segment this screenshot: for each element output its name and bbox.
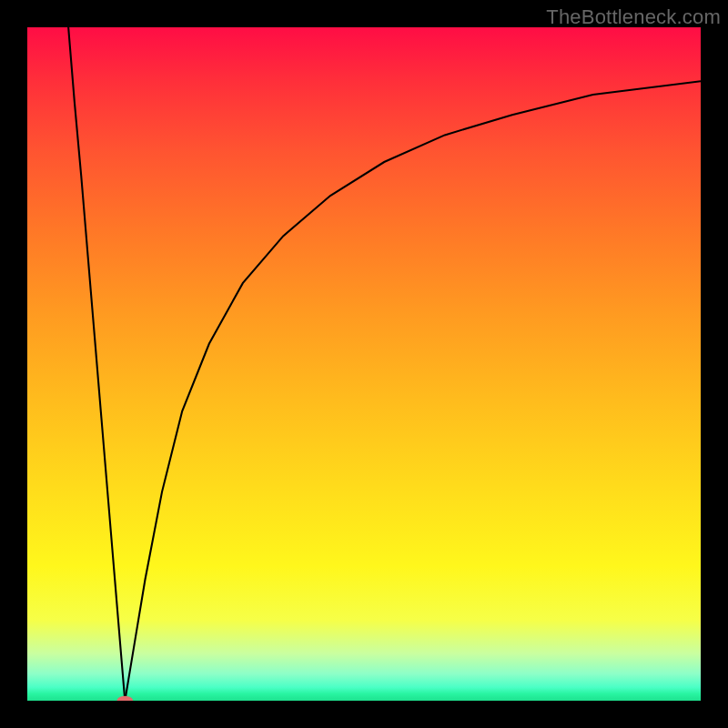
plot-area: [27, 27, 701, 701]
background-gradient: [27, 27, 701, 701]
watermark-text: TheBottleneck.com: [546, 5, 721, 29]
chart-frame: TheBottleneck.com: [0, 0, 728, 728]
